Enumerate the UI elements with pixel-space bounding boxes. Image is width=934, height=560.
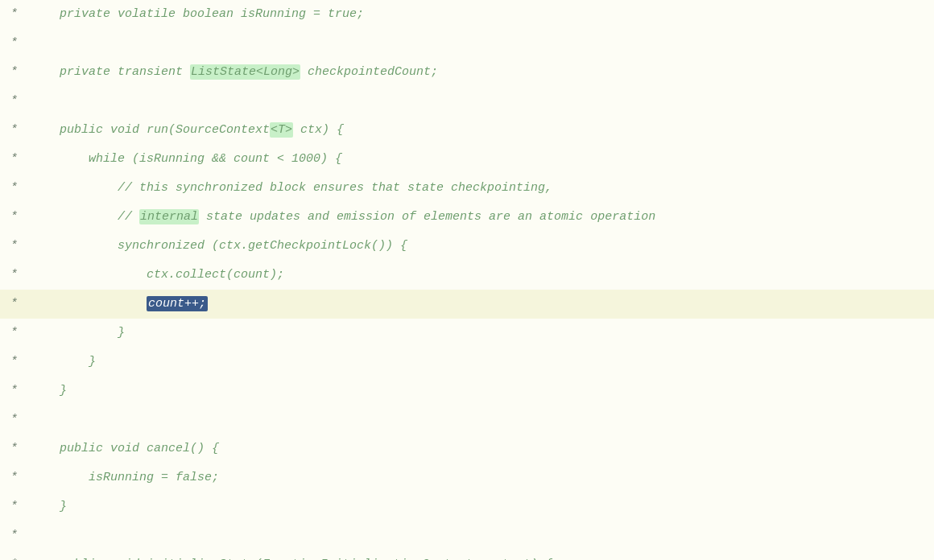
internal-highlight: internal [139, 209, 199, 224]
line-gutter: * [0, 406, 24, 434]
code-line: * } [0, 377, 934, 406]
line-gutter: * [0, 434, 24, 463]
code-line: * isRunning = false; [0, 463, 934, 492]
code-line: * public void initializeState(FunctionIn… [0, 550, 934, 560]
line-content: ctx.collect(count); [24, 261, 284, 290]
line-gutter: * [0, 521, 24, 550]
line-content [24, 29, 38, 58]
line-content: } [24, 377, 67, 406]
code-line: * ctx.collect(count); [0, 261, 934, 290]
line-gutter: * [0, 58, 24, 87]
line-gutter: * [0, 0, 24, 29]
code-line: * private transient ListState<Long> chec… [0, 58, 934, 87]
code-line-selected: * count++; [0, 290, 934, 319]
line-content: // internal state updates and emission o… [24, 203, 655, 232]
line-gutter: * [0, 377, 24, 406]
liststate-highlight: ListState<Long> [190, 64, 300, 80]
line-content: } [24, 492, 67, 521]
code-container: * private volatile boolean isRunning = t… [0, 0, 934, 560]
line-gutter: * [0, 87, 24, 116]
line-content [24, 87, 38, 116]
code-line: * public void cancel() { [0, 434, 934, 463]
line-gutter: * [0, 29, 24, 58]
line-content: public void initializeState(FunctionInit… [24, 550, 552, 560]
line-content: public void run(SourceContext<T> ctx) { [24, 116, 344, 145]
code-line: * while (isRunning && count < 1000) { [0, 145, 934, 174]
line-content: synchronized (ctx.getCheckpointLock()) { [24, 232, 407, 261]
line-content: } [24, 348, 96, 377]
code-line: * public void run(SourceContext<T> ctx) … [0, 116, 934, 145]
line-gutter: * [0, 550, 24, 560]
code-line: * // this synchronized block ensures tha… [0, 174, 934, 203]
line-gutter: * [0, 348, 24, 377]
code-line: * private volatile boolean isRunning = t… [0, 0, 934, 29]
line-gutter: * [0, 232, 24, 261]
line-gutter: * [0, 116, 24, 145]
code-line: * [0, 87, 934, 116]
line-content: count++; [24, 290, 208, 319]
line-content [24, 521, 38, 550]
code-line: * } [0, 492, 934, 521]
code-line: * } [0, 348, 934, 377]
line-gutter: * [0, 290, 24, 319]
count-selected-highlight: count++; [147, 296, 208, 311]
line-content: public void cancel() { [24, 434, 219, 463]
code-line: * [0, 521, 934, 550]
line-content: private volatile boolean isRunning = tru… [24, 0, 364, 29]
line-gutter: * [0, 261, 24, 290]
line-content [24, 406, 38, 434]
line-gutter: * [0, 463, 24, 492]
line-gutter: * [0, 492, 24, 521]
line-content: isRunning = false; [24, 463, 219, 492]
line-content: private transient ListState<Long> checkp… [24, 58, 438, 87]
line-content: while (isRunning && count < 1000) { [24, 145, 342, 174]
code-line: * [0, 406, 934, 434]
line-gutter: * [0, 174, 24, 203]
line-gutter: * [0, 145, 24, 174]
code-line: * } [0, 319, 934, 348]
t-highlight: <T> [270, 122, 293, 138]
code-line: * // internal state updates and emission… [0, 203, 934, 232]
line-gutter: * [0, 203, 24, 232]
line-content: // this synchronized block ensures that … [24, 174, 552, 203]
line-content: } [24, 319, 125, 348]
code-line: * [0, 29, 934, 58]
code-line: * synchronized (ctx.getCheckpointLock())… [0, 232, 934, 261]
line-gutter: * [0, 319, 24, 348]
